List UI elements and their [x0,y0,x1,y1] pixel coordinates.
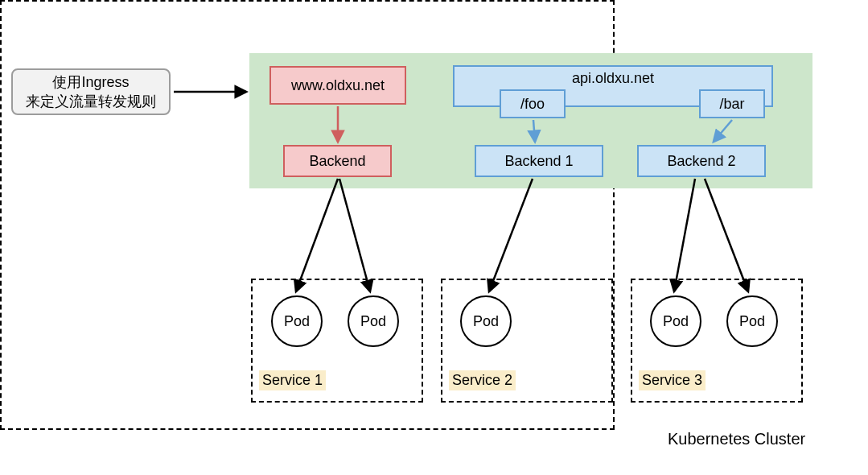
ingress-backend-bar-label: Backend 2 [667,153,735,170]
ingress-path-foo: /foo [500,89,566,118]
ingress-backend-1-label: Backend [309,153,365,170]
external-label-box: 使用Ingress 来定义流量转发规则 [11,68,171,115]
service-3-label: Service 3 [639,370,706,390]
ingress-host-www: www.oldxu.net [269,66,406,105]
ingress-host-api-label: api.oldxu.net [572,70,654,87]
ingress-backend-foo: Backend 1 [475,145,603,177]
k8s-cluster-label: Kubernetes Cluster [668,430,805,448]
service-1-label: Service 1 [259,370,326,390]
external-label-line1: 使用Ingress [52,72,129,92]
ingress-path-bar-label: /bar [719,96,744,113]
pod-label: Pod [360,313,386,330]
service-1-pod-1: Pod [271,295,323,347]
pod-label: Pod [739,313,765,330]
diagram-canvas: Kubernetes Cluster www.oldxu.net Backend… [0,0,868,475]
pod-label: Pod [284,313,310,330]
pod-label: Pod [473,313,499,330]
ingress-backend-bar: Backend 2 [637,145,766,177]
service-2-label: Service 2 [449,370,516,390]
service-3-pod-1: Pod [650,295,701,347]
ingress-backend-1: Backend [283,145,392,177]
pod-label: Pod [663,313,689,330]
ingress-path-bar: /bar [699,89,765,118]
external-label-line2: 来定义流量转发规则 [26,92,156,111]
service-1-pod-2: Pod [348,295,399,347]
ingress-backend-foo-label: Backend 1 [504,153,573,170]
service-2-pod-1: Pod [460,295,512,347]
ingress-path-foo-label: /foo [520,96,545,113]
arrow-backend2-to-s3p1 [674,179,695,291]
arrow-backend2-to-s3p2 [705,179,748,291]
ingress-host-www-label: www.oldxu.net [291,77,385,94]
service-3-pod-2: Pod [726,295,778,347]
